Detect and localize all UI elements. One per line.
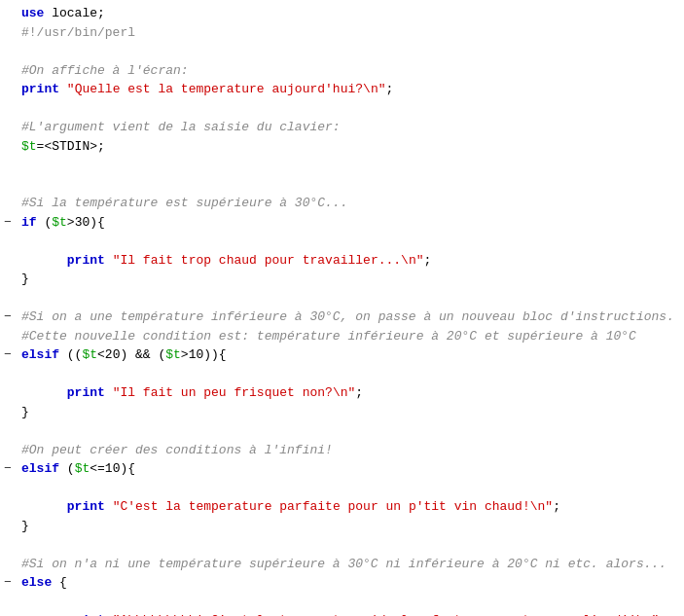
code-14: print "Il fait trop chaud pour travaille…	[21, 251, 680, 271]
line-2: #!/usr/bin/perl	[0, 23, 684, 43]
line-12: − if ($t>30){	[0, 213, 684, 233]
code-20	[21, 365, 680, 384]
code-15: }	[21, 270, 680, 289]
line-1: use locale;	[0, 4, 684, 23]
code-17: #Si on a une température inférieure à 30…	[21, 308, 680, 327]
code-24: #On peut créer des conditions à l'infini…	[21, 441, 680, 460]
line-21: print "Il fait un peu frisquet non?\n";	[0, 383, 684, 403]
code-27: print "C'est la temperature parfaite pou…	[21, 497, 680, 517]
line-29	[0, 535, 684, 555]
code-18: #Cette nouvelle condition est: températu…	[21, 327, 680, 346]
line-33: print "Ahhhhhhhhh! C'est la temperature …	[0, 611, 684, 616]
line-6	[0, 99, 684, 119]
code-29	[21, 535, 680, 555]
code-32	[21, 593, 680, 612]
gutter-25[interactable]: −	[4, 459, 18, 479]
code-21: print "Il fait un peu frisquet non?\n";	[21, 383, 680, 403]
line-10	[0, 175, 684, 195]
line-28: }	[0, 517, 684, 536]
line-24: #On peut créer des conditions à l'infini…	[0, 441, 684, 460]
code-5: print "Quelle est la temperature aujourd…	[21, 80, 680, 99]
line-4: #On affiche à l'écran:	[0, 61, 684, 81]
line-13	[0, 232, 684, 251]
line-25: − elsif ($t<=10){	[0, 459, 684, 479]
line-7: #L'argument vient de la saisie du clavie…	[0, 118, 684, 137]
line-9	[0, 156, 684, 175]
code-28: }	[21, 517, 680, 536]
line-17: − #Si on a une température inférieure à …	[0, 308, 684, 327]
line-11: #Si la température est supérieure à 30°C…	[0, 194, 684, 213]
gutter-12[interactable]: −	[4, 213, 18, 233]
code-25: elsif ($t<=10){	[21, 459, 680, 479]
line-23	[0, 421, 684, 441]
line-8: $t=<STDIN>;	[0, 137, 684, 157]
code-16	[21, 289, 680, 308]
code-editor: use locale; #!/usr/bin/perl #On affiche …	[0, 0, 684, 616]
code-3	[21, 42, 680, 61]
code-11: #Si la température est supérieure à 30°C…	[21, 194, 680, 213]
code-4: #On affiche à l'écran:	[21, 61, 680, 81]
line-16	[0, 289, 684, 308]
code-2: #!/usr/bin/perl	[21, 23, 680, 43]
code-7: #L'argument vient de la saisie du clavie…	[21, 118, 680, 137]
code-22: }	[21, 403, 680, 422]
code-31: else {	[21, 573, 680, 593]
line-31: − else {	[0, 573, 684, 593]
code-1: use locale;	[21, 4, 680, 23]
gutter-17[interactable]: −	[4, 308, 18, 327]
code-26	[21, 479, 680, 498]
gutter-31[interactable]: −	[4, 573, 18, 593]
code-23	[21, 421, 680, 441]
gutter-19[interactable]: −	[4, 345, 18, 365]
code-33: print "Ahhhhhhhhh! C'est la temperature …	[21, 611, 680, 616]
line-22: }	[0, 403, 684, 422]
line-26	[0, 479, 684, 498]
line-20	[0, 365, 684, 384]
line-32	[0, 593, 684, 612]
line-14: print "Il fait trop chaud pour travaille…	[0, 251, 684, 271]
line-5: print "Quelle est la temperature aujourd…	[0, 80, 684, 99]
line-3	[0, 42, 684, 61]
line-18: #Cette nouvelle condition est: températu…	[0, 327, 684, 346]
code-13	[21, 232, 680, 251]
code-10	[21, 175, 680, 195]
code-30: #Si on n'a ni une température supérieure…	[21, 555, 680, 574]
code-9	[21, 156, 680, 175]
line-15: }	[0, 270, 684, 289]
code-8: $t=<STDIN>;	[21, 137, 680, 157]
line-27: print "C'est la temperature parfaite pou…	[0, 497, 684, 517]
line-30: #Si on n'a ni une température supérieure…	[0, 555, 684, 574]
code-12: if ($t>30){	[21, 213, 680, 233]
line-19: − elsif (($t<20) && ($t>10)){	[0, 345, 684, 365]
code-6	[21, 99, 680, 119]
code-19: elsif (($t<20) && ($t>10)){	[21, 345, 680, 365]
